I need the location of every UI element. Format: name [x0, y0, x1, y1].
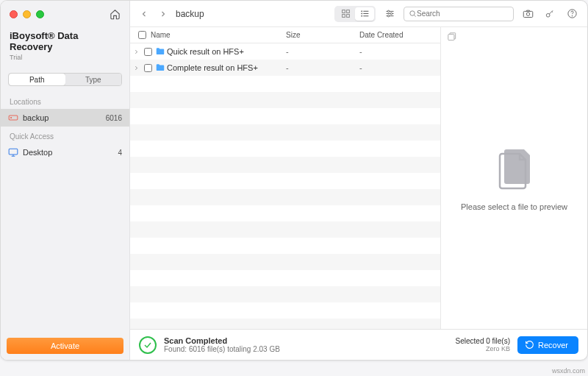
tab-type[interactable]: Type	[65, 74, 122, 85]
sidebar-item-count: 6016	[106, 114, 122, 122]
sidebar-item-count: 4	[118, 149, 122, 157]
sidebar: iBoysoft® Data Recovery Trial Path Type …	[1, 1, 130, 360]
svg-point-10	[361, 11, 362, 12]
svg-line-20	[414, 15, 415, 16]
app-subtitle: Trial	[10, 54, 121, 61]
preview-panel: Please select a file to preview	[440, 27, 587, 329]
col-date[interactable]: Date Created	[359, 31, 440, 39]
svg-point-16	[387, 10, 390, 13]
col-size[interactable]: Size	[286, 31, 359, 39]
preview-message: Please select a file to preview	[461, 202, 567, 211]
status-right: Selected 0 file(s) Zero KB	[456, 337, 510, 352]
activate-button[interactable]: Activate	[7, 338, 123, 354]
row-date: -	[359, 63, 440, 72]
desktop-icon	[8, 147, 18, 157]
toolbar: backup	[130, 1, 587, 27]
table-row	[130, 76, 440, 92]
app-window: iBoysoft® Data Recovery Trial Path Type …	[0, 0, 588, 361]
table-row	[130, 254, 440, 270]
watermark: wsxdn.com	[552, 367, 585, 375]
columns: Name Size Date Created Quick result on H…	[130, 27, 587, 329]
content-body: iBoysoft® Data Recovery Trial Path Type …	[1, 1, 587, 360]
disclosure-icon[interactable]	[130, 65, 142, 71]
forward-button[interactable]	[157, 7, 170, 21]
row-checkbox[interactable]	[142, 64, 154, 72]
camera-icon[interactable]	[520, 6, 536, 22]
select-all-checkbox[interactable]	[135, 31, 149, 39]
row-date: -	[359, 47, 440, 56]
breadcrumb: backup	[176, 9, 204, 19]
help-icon[interactable]	[564, 6, 580, 22]
back-button[interactable]	[137, 7, 151, 21]
table-row	[130, 92, 440, 108]
brand: iBoysoft® Data Recovery Trial	[1, 27, 129, 67]
table-row	[130, 173, 440, 189]
disclosure-icon[interactable]	[130, 49, 142, 55]
column-headers: Name Size Date Created	[130, 27, 440, 43]
row-checkbox[interactable]	[142, 48, 154, 56]
svg-point-22	[526, 13, 529, 15]
table-row	[130, 221, 440, 238]
table-row[interactable]: Quick result on HFS+--	[130, 43, 440, 60]
recover-button[interactable]: Recover	[517, 336, 578, 354]
row-size: -	[286, 63, 359, 72]
table-row	[130, 124, 440, 141]
drive-icon	[8, 113, 18, 123]
close-icon[interactable]	[10, 10, 18, 18]
sidebar-item-desktop[interactable]: Desktop 4	[1, 143, 129, 161]
svg-point-19	[410, 11, 415, 15]
svg-point-18	[387, 15, 390, 17]
table-row	[130, 238, 440, 254]
folder-icon	[154, 63, 167, 73]
search-input[interactable]	[417, 10, 510, 18]
table-row	[130, 286, 440, 302]
selected-size: Zero KB	[456, 345, 510, 352]
svg-point-1	[11, 117, 12, 118]
home-icon[interactable]	[110, 9, 121, 20]
zoom-icon[interactable]	[36, 10, 44, 18]
main-panel: backup Name	[130, 1, 587, 360]
svg-rect-0	[9, 116, 18, 120]
success-icon	[139, 336, 157, 354]
filter-button[interactable]	[381, 6, 398, 22]
table-row	[130, 157, 440, 173]
search-box[interactable]	[404, 7, 514, 21]
svg-rect-2	[9, 149, 18, 155]
table-row	[130, 189, 440, 205]
key-icon[interactable]	[542, 6, 558, 22]
sidebar-tabs: Path Type	[8, 73, 122, 86]
preview-menu-icon[interactable]	[447, 32, 457, 42]
table-row	[130, 270, 440, 286]
svg-point-23	[546, 13, 550, 17]
col-name[interactable]: Name	[149, 31, 286, 39]
table-row	[130, 319, 440, 329]
row-name: Complete result on HFS+	[167, 63, 286, 72]
status-text: Scan Completed Found: 6016 file(s) total…	[164, 336, 280, 353]
status-detail: Found: 6016 file(s) totaling 2.03 GB	[164, 345, 280, 353]
sidebar-footer: Activate	[1, 332, 129, 360]
locations-label: Locations	[1, 92, 129, 109]
table-row[interactable]: Complete result on HFS+--	[130, 60, 440, 76]
search-icon	[409, 10, 417, 18]
tab-path[interactable]: Path	[9, 74, 65, 85]
recover-label: Recover	[538, 341, 568, 350]
svg-rect-26	[448, 35, 454, 40]
grid-view-button[interactable]	[336, 7, 355, 21]
svg-point-17	[390, 13, 392, 15]
selected-count: Selected 0 file(s)	[456, 337, 510, 345]
svg-point-12	[361, 15, 362, 16]
list-view-button[interactable]	[355, 7, 374, 21]
svg-rect-5	[342, 15, 345, 18]
recover-icon	[525, 340, 534, 350]
svg-point-11	[361, 13, 362, 14]
quickaccess-label: Quick Access	[1, 127, 129, 143]
sidebar-item-label: Desktop	[23, 148, 52, 157]
minimize-icon[interactable]	[23, 10, 31, 18]
table-row	[130, 141, 440, 157]
table-row	[130, 108, 440, 124]
sidebar-item-backup[interactable]: backup 6016	[1, 109, 129, 127]
sidebar-item-label: backup	[23, 113, 49, 122]
svg-rect-3	[342, 10, 345, 13]
svg-point-25	[572, 15, 573, 16]
titlebar	[1, 1, 129, 27]
